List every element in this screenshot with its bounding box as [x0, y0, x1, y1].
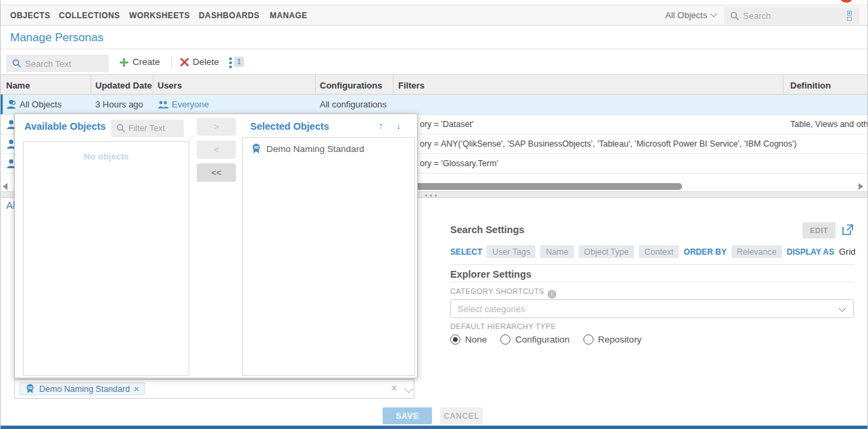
row-filters: ory = 'Dataset': [420, 120, 473, 129]
section-divider: [450, 264, 854, 265]
select-chip: Context: [639, 245, 679, 258]
chip-remove-icon[interactable]: ×: [134, 384, 139, 394]
selected-objects-list: AB Demo Naming Standard: [242, 137, 415, 376]
hierarchy-type-label: DEFAULT HIERARCHY TYPE: [450, 322, 556, 330]
column-divider: [315, 74, 316, 95]
edit-button[interactable]: EDIT: [802, 222, 836, 238]
selected-object-chip: AB Demo Naming Standard ×: [20, 382, 145, 395]
svg-text:AB: AB: [28, 386, 32, 390]
category-shortcuts-text: CATEGORY SHORTCUTS: [450, 287, 544, 295]
plus-icon: [120, 58, 128, 67]
category-select-placeholder: Select categories: [458, 304, 525, 314]
badge-ribbon-icon: AB: [25, 384, 35, 394]
app-window: OBJECTS COLLECTIONS WORKSHEETS DASHBOARD…: [0, 0, 868, 429]
selected-row-accent: [1, 95, 3, 114]
select-chip: User Tags: [487, 245, 535, 258]
users-group-icon: [158, 101, 169, 109]
selected-objects-title: Selected Objects: [250, 121, 329, 132]
radio-icon: [500, 334, 510, 345]
notification-badge-icon: [841, 0, 852, 3]
open-external-icon[interactable]: [842, 224, 854, 236]
advanced-search-icon[interactable]: [847, 11, 852, 21]
display-as-label: DISPLAY AS: [787, 247, 834, 257]
chevron-down-icon[interactable]: [404, 384, 413, 393]
delete-x-icon: [180, 58, 189, 66]
search-settings-summary: SELECT User Tags Name Object Type Contex…: [450, 245, 856, 258]
hierarchy-radio-group: None Configuration Repository: [450, 334, 642, 345]
table-search-input[interactable]: [25, 55, 105, 72]
explorer-settings-title: Explorer Settings: [450, 269, 531, 280]
col-filters: Filters: [398, 80, 425, 91]
move-up-icon[interactable]: ↑: [379, 120, 383, 131]
section-divider: [450, 282, 854, 282]
move-left-button[interactable]: <: [197, 141, 236, 159]
col-name: Name: [6, 80, 30, 91]
empty-list-message: No objects: [24, 151, 189, 161]
select-chip: Name: [540, 245, 573, 258]
row-users: Everyone: [172, 99, 209, 109]
chip-label: Demo Naming Standard: [39, 384, 130, 394]
move-all-left-button[interactable]: <<: [197, 163, 236, 182]
display-as-value: Grid: [839, 247, 856, 257]
chevron-down-icon: [710, 11, 717, 18]
objects-multiselect-field[interactable]: AB Demo Naming Standard × ×: [14, 379, 414, 399]
category-select[interactable]: Select categories: [450, 299, 854, 318]
row-name: All Objects: [20, 99, 62, 109]
available-objects-title: Available Objects: [24, 121, 105, 132]
search-icon: [116, 124, 126, 133]
delete-button[interactable]: Delete: [193, 57, 219, 67]
main-nav: OBJECTS COLLECTIONS WORKSHEETS DASHBOARD…: [1, 5, 867, 26]
nav-objects[interactable]: OBJECTS: [10, 11, 50, 20]
table-row[interactable]: All Objects 3 Hours ago Everyone All con…: [1, 95, 867, 115]
more-options-icon[interactable]: [229, 57, 232, 70]
order-by-chip: Relevance: [731, 245, 782, 258]
order-by-label: ORDER BY: [683, 247, 726, 257]
window-bottom-border: [1, 426, 867, 429]
splitter-handle-icon: [425, 195, 437, 197]
persona-icon: [6, 99, 16, 109]
badge-ribbon-icon: AB: [251, 143, 262, 154]
col-users: Users: [158, 80, 182, 91]
column-divider: [783, 74, 783, 95]
nav-collections[interactable]: COLLECTIONS: [59, 11, 120, 20]
category-shortcuts-label: CATEGORY SHORTCUTSi: [450, 287, 556, 299]
available-objects-list: No objects: [23, 141, 189, 376]
dialog-filter-input[interactable]: [128, 120, 181, 137]
table-search: [6, 55, 109, 72]
row-updated: 3 Hours ago: [95, 99, 143, 109]
table-header: Name Updated Date Users Configurations F…: [1, 74, 867, 95]
scope-dropdown[interactable]: All Objects: [665, 10, 716, 20]
row-filters: ory = ANY('QlikSense', 'SAP BusinessObje…: [420, 139, 797, 149]
search-settings-title: Search Settings: [450, 224, 525, 235]
object-picker-dialog: Available Objects No objects > < << Sele…: [14, 113, 418, 378]
nav-dashboards[interactable]: DASHBOARDS: [199, 11, 260, 20]
field-clear-icon[interactable]: ×: [391, 382, 397, 395]
save-button[interactable]: SAVE: [383, 407, 432, 424]
list-item[interactable]: AB Demo Naming Standard: [251, 143, 364, 154]
create-button[interactable]: Create: [132, 57, 160, 67]
radio-label: Configuration: [515, 334, 569, 345]
col-updated-date: Updated Date: [95, 80, 152, 91]
toolbar: Create Delete 1: [1, 49, 867, 74]
global-search-input[interactable]: [743, 7, 838, 24]
nav-worksheets[interactable]: WORKSHEETS: [129, 11, 190, 20]
radio-icon: [583, 334, 594, 345]
move-right-button[interactable]: >: [197, 118, 236, 136]
radio-label: Repository: [598, 334, 642, 345]
column-divider: [91, 74, 91, 95]
cancel-button[interactable]: CANCEL: [440, 407, 483, 424]
radio-configuration[interactable]: Configuration: [500, 334, 569, 345]
page-title: Manage Personas: [10, 31, 103, 45]
move-down-icon[interactable]: ↓: [396, 120, 401, 131]
scroll-left-icon[interactable]: [3, 183, 7, 190]
global-search: [724, 7, 859, 24]
radio-none[interactable]: None: [450, 334, 487, 345]
nav-manage[interactable]: MANAGE: [270, 11, 308, 20]
col-configurations: Configurations: [320, 80, 382, 91]
scroll-right-icon[interactable]: [859, 183, 863, 190]
top-strip: [1, 0, 867, 5]
info-icon[interactable]: i: [548, 290, 556, 299]
radio-repository[interactable]: Repository: [583, 334, 642, 345]
list-item-label: Demo Naming Standard: [266, 144, 364, 154]
more-options-badge: 1: [234, 57, 244, 67]
